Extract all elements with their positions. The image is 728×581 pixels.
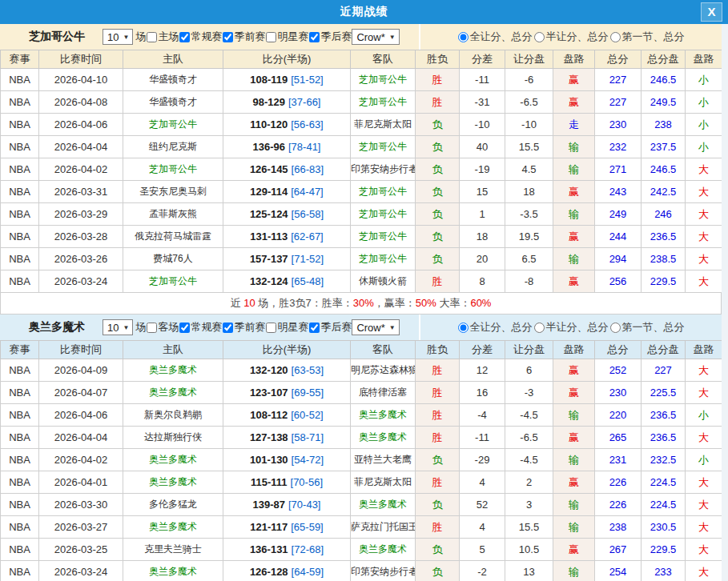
header-cell: 盘路 <box>686 341 722 359</box>
over-under-cell: 小 <box>686 136 722 158</box>
close-button[interactable]: X <box>701 2 722 22</box>
home-team-cell: 芝加哥公牛 <box>123 158 223 181</box>
period-radio[interactable] <box>458 32 469 42</box>
games-count-select[interactable]: 10 ▼ <box>103 29 133 45</box>
filter-checkbox[interactable] <box>266 323 276 333</box>
filter-checkbox-item[interactable]: 主场 <box>146 30 179 44</box>
filter-checkbox-item[interactable]: 明星赛 <box>265 30 308 44</box>
result-cell: 负 <box>416 449 460 471</box>
filter-checkbox-item[interactable]: 常规赛 <box>179 320 222 335</box>
period-radio[interactable] <box>534 32 545 42</box>
home-team-cell: 芝加哥公牛 <box>123 114 223 136</box>
over-under-cell: 大 <box>686 181 722 203</box>
table-row: NBA2026-04-07奥兰多魔术123-107[69-55]底特律活塞胜16… <box>1 382 722 404</box>
handicap-line-cell: -4.5 <box>505 404 553 427</box>
league-cell: NBA <box>1 91 39 114</box>
final-score: 136-131 <box>250 543 288 555</box>
table-row: NBA2026-04-04纽约尼克斯136-96[78-41]芝加哥公牛负401… <box>1 136 722 158</box>
games-count-select[interactable]: 10 ▼ <box>103 319 133 335</box>
games-suffix-label: 场 <box>135 30 146 44</box>
filter-checkbox-item[interactable]: 季后赛 <box>308 30 352 44</box>
point-diff-cell: 20 <box>460 248 505 270</box>
filter-checkbox-label: 明星赛 <box>277 30 308 44</box>
total-points-cell: 230 <box>595 382 642 404</box>
handicap-result-cell: 赢 <box>553 471 595 494</box>
bookmaker-select[interactable]: Crow* ▼ <box>352 319 399 335</box>
halftime-score: [69-55] <box>292 387 324 399</box>
recent-results-modal: 近期战绩 X 芝加哥公牛 10 ▼ 场 主场常规赛季前赛明星赛季后赛 Crow* <box>0 0 728 581</box>
point-diff-cell: -11 <box>460 427 505 449</box>
filter-checkbox[interactable] <box>147 323 157 333</box>
header-cell: 主队 <box>123 341 223 359</box>
away-team-cell: 芝加哥公牛 <box>351 91 416 114</box>
header-cell: 让分盘 <box>505 50 553 69</box>
over-under-cell: 大 <box>686 561 722 581</box>
period-radio-item[interactable]: 全让分、总分 <box>458 320 533 335</box>
filter-checkbox[interactable] <box>309 323 320 333</box>
filter-checkbox[interactable] <box>309 32 320 42</box>
over-under-cell: 大 <box>686 494 722 516</box>
filter-checkbox-item[interactable]: 明星赛 <box>265 320 308 335</box>
filter-checkbox-item[interactable]: 季后赛 <box>308 320 352 335</box>
halftime-score: [71-52] <box>292 253 324 265</box>
header-cell: 让分盘 <box>505 341 553 359</box>
away-team-cell: 芝加哥公牛 <box>351 136 416 158</box>
period-radio[interactable] <box>534 323 545 333</box>
result-cell: 负 <box>416 181 460 203</box>
home-team-cell: 克里夫兰骑士 <box>123 539 223 561</box>
point-diff-cell: 52 <box>460 494 505 516</box>
filter-checkbox[interactable] <box>147 32 157 42</box>
total-points-cell: 256 <box>595 270 642 293</box>
total-points-cell: 227 <box>595 69 642 91</box>
header-cell: 分差 <box>460 341 505 359</box>
score-cell: 101-130[54-72] <box>223 449 351 471</box>
over-under-cell: 大 <box>686 203 722 226</box>
period-radio-item[interactable]: 半让分、总分 <box>534 320 609 335</box>
filter-checkbox-item[interactable]: 季前赛 <box>222 320 265 335</box>
handicap-result-cell: 输 <box>553 494 595 516</box>
period-radio-label: 第一节、总分 <box>622 320 685 335</box>
filter-checkbox[interactable] <box>266 32 276 42</box>
total-points-cell: 220 <box>595 404 642 427</box>
period-radio-item[interactable]: 全让分、总分 <box>458 30 533 44</box>
period-radio-item[interactable]: 半让分、总分 <box>534 30 609 44</box>
summary-segment: 60% <box>470 297 491 309</box>
period-radio[interactable] <box>610 32 621 42</box>
filter-checkbox-label: 明星赛 <box>277 320 308 335</box>
halftime-score: [62-67] <box>291 230 323 242</box>
handicap-result-cell: 赢 <box>553 226 595 248</box>
bookmaker-select[interactable]: Crow* ▼ <box>352 29 399 45</box>
date-cell: 2026-04-04 <box>39 136 123 158</box>
total-line-cell: 233 <box>642 561 686 581</box>
total-line-cell: 236.5 <box>642 427 686 449</box>
header-cell: 比分(半场) <box>223 341 351 359</box>
filter-checkbox-item[interactable]: 常规赛 <box>179 30 222 44</box>
result-cell: 负 <box>416 203 460 226</box>
filter-checkbox[interactable] <box>223 32 233 42</box>
date-cell: 2026-04-06 <box>39 114 123 136</box>
filter-checkbox-item[interactable]: 客场 <box>146 320 179 335</box>
point-diff-cell: -10 <box>460 114 505 136</box>
final-score: 132-120 <box>250 364 288 376</box>
filter-checkbox[interactable] <box>179 323 190 333</box>
period-radio-item[interactable]: 第一节、总分 <box>610 30 685 44</box>
total-points-cell: 243 <box>595 181 642 203</box>
final-score: 108-119 <box>250 74 288 86</box>
header-row: 赛事比赛时间主队比分(半场)客队胜负分差让分盘盘路总分总分盘盘路 <box>1 341 722 359</box>
final-score: 126-145 <box>250 163 288 175</box>
halftime-score: [64-47] <box>291 186 323 198</box>
filter-checkbox-item[interactable]: 季前赛 <box>222 30 265 44</box>
final-score: 101-130 <box>250 454 288 466</box>
period-radio[interactable] <box>610 323 621 333</box>
point-diff-cell: 1 <box>460 203 505 226</box>
period-radio-item[interactable]: 第一节、总分 <box>610 320 685 335</box>
filter-checkbox[interactable] <box>179 32 190 42</box>
over-under-cell: 小 <box>686 69 722 91</box>
point-diff-cell: 4 <box>460 516 505 539</box>
filter-checkbox[interactable] <box>223 323 233 333</box>
final-score: 127-138 <box>250 431 288 443</box>
period-radio[interactable] <box>458 323 469 333</box>
over-under-cell: 大 <box>686 427 722 449</box>
total-line-cell: 229.5 <box>642 539 686 561</box>
halftime-score: [66-83] <box>292 163 324 175</box>
